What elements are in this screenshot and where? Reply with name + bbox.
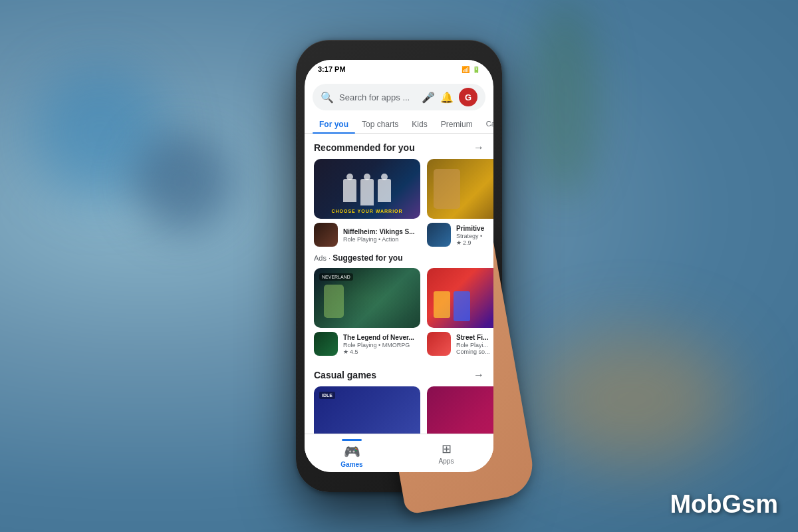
streetfighter-card[interactable]: Street Fi... Role Playi... Coming so...	[427, 268, 493, 356]
primitive-icon	[427, 223, 451, 247]
casual-arrow[interactable]: →	[473, 369, 484, 381]
search-input[interactable]: Search for apps ...	[339, 92, 416, 102]
neverland-badge: NEVERLAND	[319, 273, 353, 281]
user-avatar[interactable]: G	[459, 88, 477, 106]
casual-title: Casual games	[314, 370, 376, 380]
niffelheim-card[interactable]: Niffelheim: Vikings S... Role Playing • …	[314, 159, 420, 247]
bg-blur-2	[532, 332, 732, 466]
tab-categories[interactable]: Cate...	[479, 116, 493, 133]
primitive-card[interactable]: Pri Primitive Strategy • ★ 2.9	[427, 159, 493, 247]
games-nav-icon: 🎮	[344, 444, 360, 460]
neverland-rating: ★ 4.5	[343, 348, 420, 355]
tab-kids[interactable]: Kids	[405, 116, 434, 133]
status-bar: 3:17 PM 📶 🔋	[305, 60, 493, 78]
status-icons: 📶 🔋	[462, 66, 480, 73]
primitive-char	[434, 169, 460, 209]
niffelheim-meta: Niffelheim: Vikings S... Role Playing • …	[343, 227, 420, 243]
casual1-label: IDLE	[319, 392, 335, 399]
niffelheim-info: Niffelheim: Vikings S... Role Playing • …	[314, 223, 420, 247]
microphone-icon[interactable]: 🎤	[422, 91, 435, 104]
streetfighter-coming: Coming so...	[456, 348, 493, 355]
watermark: MobGsm	[670, 490, 778, 519]
tab-premium[interactable]: Premium	[434, 116, 479, 133]
neverland-card[interactable]: NEVERLAND The Legend of Never... Role Pl…	[314, 268, 420, 356]
primitive-rating: ★ 2.9	[456, 239, 493, 246]
primitive-rating-value: 2.9	[463, 239, 471, 246]
neverland-rating-value: 4.5	[350, 348, 358, 355]
streetfighter-name: Street Fi...	[456, 333, 493, 342]
suggested-label: Suggested for you	[332, 253, 402, 263]
nav-active-indicator	[342, 439, 362, 441]
suggested-cards: NEVERLAND The Legend of Never... Role Pl…	[305, 268, 493, 356]
streetfighter-image	[427, 268, 493, 328]
streetfighter-icon	[427, 332, 451, 356]
primitive-image: Pri	[427, 159, 493, 219]
battery-icon: 🔋	[472, 66, 480, 73]
star-icon: ★	[456, 239, 462, 246]
notification-bell-icon[interactable]: 🔔	[440, 91, 454, 104]
char-2	[360, 179, 374, 205]
apps-nav-icon: ⊞	[442, 442, 452, 456]
nav-apps[interactable]: ⊞ Apps	[399, 436, 493, 470]
primitive-info: Primitive Strategy • ★ 2.9	[427, 223, 493, 247]
content-area: Recommended for you →	[305, 134, 493, 460]
neverland-icon	[314, 332, 338, 356]
search-bar[interactable]: 🔍 Search for apps ... 🎤 🔔 G	[313, 84, 485, 110]
fighter-2	[454, 291, 470, 321]
primitive-meta: Primitive Strategy • ★ 2.9	[456, 224, 493, 246]
phone-screen: 3:17 PM 📶 🔋 🔍 Search for apps ... 🎤 🔔 G …	[305, 60, 493, 472]
fighter-1	[434, 291, 450, 318]
streetfighter-genre: Role Playi...	[456, 342, 493, 348]
phone-shell: 3:17 PM 📶 🔋 🔍 Search for apps ... 🎤 🔔 G …	[296, 40, 502, 492]
tab-for-you[interactable]: For you	[313, 116, 355, 133]
warrior-chars	[314, 179, 420, 205]
niffelheim-genre: Role Playing • Action	[343, 236, 420, 243]
bg-plant	[532, 0, 598, 200]
primitive-genre: Strategy •	[456, 233, 493, 239]
tab-top-charts[interactable]: Top charts	[355, 116, 405, 133]
neverland-star-icon: ★	[343, 348, 348, 355]
ads-label: Ads · Suggested for you	[305, 247, 493, 265]
neverland-genre: Role Playing • MMORPG	[343, 342, 420, 348]
recommended-title: Recommended for you	[314, 142, 415, 153]
neverland-image: NEVERLAND	[314, 268, 420, 328]
casual-section-header: Casual games →	[305, 361, 493, 386]
streetfighter-info: Street Fi... Role Playi... Coming so...	[427, 332, 493, 356]
fighter-chars	[434, 291, 470, 321]
streetfighter-meta: Street Fi... Role Playi... Coming so...	[456, 333, 493, 355]
bottom-nav: 🎮 Games ⊞ Apps	[305, 434, 493, 472]
niffelheim-name: Niffelheim: Vikings S...	[343, 227, 420, 236]
recommended-arrow[interactable]: →	[473, 142, 484, 154]
neverland-char	[324, 285, 344, 318]
char-1	[343, 179, 356, 202]
niffelheim-image	[314, 159, 420, 219]
neverland-name: The Legend of Never...	[343, 333, 420, 342]
status-time: 3:17 PM	[318, 65, 346, 73]
char-3	[378, 179, 391, 202]
signal-icon: 📶	[462, 66, 469, 73]
primitive-name: Primitive	[456, 224, 493, 233]
games-nav-label: Games	[340, 461, 362, 468]
recommended-section-header: Recommended for you →	[305, 134, 493, 159]
recommended-cards: Niffelheim: Vikings S... Role Playing • …	[305, 159, 493, 247]
tab-bar: For you Top charts Kids Premium Cate...	[305, 110, 493, 134]
neverland-info: The Legend of Never... Role Playing • MM…	[314, 332, 420, 356]
apps-nav-label: Apps	[439, 458, 454, 465]
neverland-meta: The Legend of Never... Role Playing • MM…	[343, 333, 420, 355]
nav-games[interactable]: 🎮 Games	[305, 434, 399, 473]
niffelheim-icon	[314, 223, 338, 247]
bg-blur-3	[133, 133, 233, 233]
search-icon: 🔍	[321, 91, 334, 104]
